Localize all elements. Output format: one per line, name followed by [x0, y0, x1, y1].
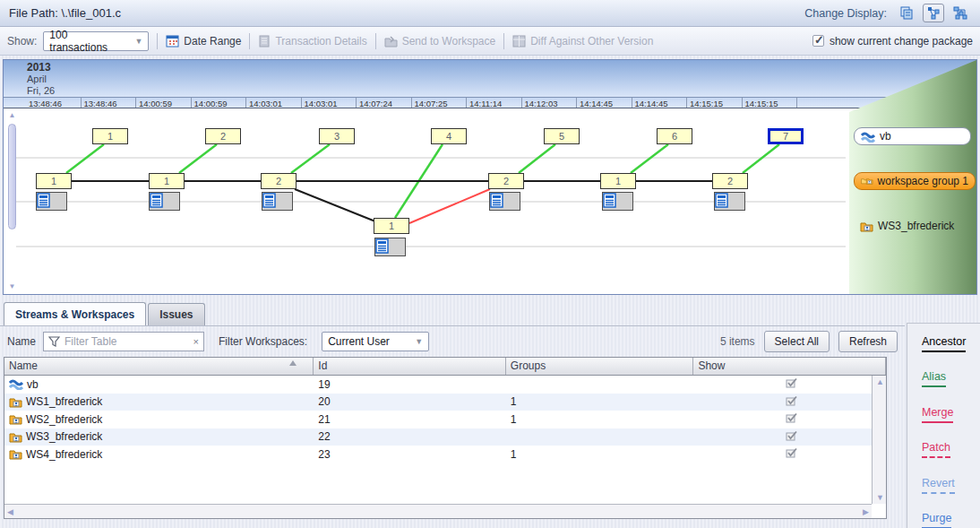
streams-workspaces-panel: Name × Filter Workspaces: Current User ▼… — [0, 325, 905, 520]
change-package-display-button[interactable] — [896, 4, 917, 22]
scroll-left-icon[interactable]: ◀ — [7, 507, 13, 516]
version-graph-display-button[interactable] — [923, 4, 944, 22]
version-node[interactable]: 4 — [431, 128, 467, 144]
transaction-node[interactable]: 9 — [602, 192, 633, 211]
graph-scrollbar-thumb[interactable] — [8, 124, 16, 229]
transaction-node[interactable]: 9 — [714, 192, 745, 211]
send-to-workspace-label: Send to Workspace — [402, 35, 496, 48]
diff-label: Diff Against Other Version — [530, 35, 653, 48]
version-node[interactable]: 5 — [544, 128, 580, 144]
show-checkbox[interactable] — [786, 412, 798, 426]
show-cell — [693, 446, 886, 463]
timeline-tick: 13:48:46 — [26, 98, 82, 108]
version-node[interactable]: 2 — [205, 128, 241, 144]
stream-tree-display-button[interactable] — [950, 4, 971, 22]
filter-workspaces-label: Filter Workspaces: — [219, 335, 307, 348]
table-horizontal-scrollbar[interactable]: ◀ ▶ — [4, 504, 872, 518]
checked-icon — [786, 430, 798, 441]
scroll-down-icon[interactable]: ▼ — [876, 493, 884, 502]
transaction-details-icon — [258, 35, 271, 48]
version-node[interactable]: 1 — [92, 128, 128, 144]
version-node[interactable]: 1 — [36, 173, 72, 189]
show-cell — [693, 411, 886, 428]
version-node[interactable]: 1 — [374, 218, 409, 234]
column-header-name[interactable]: Name — [4, 358, 314, 375]
table-row[interactable]: WS1_bfrederick201 — [4, 394, 886, 411]
version-node[interactable]: 1 — [149, 173, 185, 189]
transaction-node[interactable]: 7 — [262, 192, 293, 211]
table-vertical-scrollbar[interactable]: ▲ ▼ — [872, 376, 886, 504]
transaction-icon — [490, 193, 503, 208]
show-checkbox[interactable] — [786, 377, 798, 391]
scroll-down-icon[interactable]: ▼ — [6, 282, 18, 292]
alias-edge — [179, 144, 217, 173]
timeline-tick: 14:11:14 — [467, 98, 522, 108]
groups-cell — [506, 428, 694, 446]
change-display-group: Change Display: — [804, 4, 971, 22]
refresh-button[interactable]: Refresh — [838, 331, 898, 352]
transaction-node[interactable]: 7 — [489, 192, 520, 211]
transaction-node[interactable]: 8 — [374, 238, 406, 256]
column-header-id[interactable]: Id — [314, 358, 506, 375]
transaction-icon — [150, 193, 163, 208]
transactions-count-value: 100 transactions — [49, 29, 127, 54]
name-cell: vb — [4, 376, 314, 394]
change-package-checkbox[interactable] — [812, 35, 824, 47]
show-checkbox[interactable] — [786, 430, 798, 444]
transactions-count-dropdown[interactable]: 100 transactions ▼ — [43, 31, 149, 51]
filter-workspaces-value: Current User — [328, 335, 390, 348]
version-node[interactable]: 1 — [600, 173, 636, 189]
lane-label-text: WS3_bfrederick — [878, 220, 954, 232]
lane-label-stream[interactable]: vb — [854, 127, 971, 145]
stream-icon — [9, 378, 23, 390]
version-graph-panel: 2013 April Fri, 26 13:48:4613:48:4614:00… — [3, 59, 977, 295]
timeline-month: April — [27, 74, 55, 85]
show-cell — [693, 428, 886, 446]
transaction-node[interactable]: 6 — [149, 192, 180, 211]
toolbar-separator — [249, 33, 250, 49]
alias-edge — [519, 144, 555, 173]
transaction-node[interactable]: 5 — [36, 192, 67, 211]
checked-icon — [786, 447, 798, 458]
timeline-tick: 14:00:59 — [192, 98, 247, 108]
show-checkbox[interactable] — [786, 395, 798, 409]
table-row[interactable]: WS4_bfrederick231 — [4, 446, 886, 463]
column-header-show[interactable]: Show — [693, 358, 886, 375]
diff-against-other-version-button[interactable]: Diff Against Other Version — [512, 35, 653, 48]
scroll-up-icon[interactable]: ▲ — [876, 377, 884, 386]
graph-vertical-scrollbar[interactable]: ▲ ▼ — [6, 111, 18, 292]
timeline-date-block: 2013 April Fri, 26 — [27, 62, 55, 97]
transaction-icon — [262, 193, 276, 208]
clear-filter-icon[interactable]: × — [193, 336, 199, 347]
calendar-icon — [166, 35, 179, 48]
table-row[interactable]: vb19 — [4, 376, 886, 394]
date-range-button[interactable]: Date Range — [166, 35, 241, 48]
version-node[interactable]: 6 — [657, 128, 692, 144]
tab-streams-workspaces[interactable]: Streams & Workspaces — [4, 302, 146, 325]
version-graph-canvas: ▲ ▼ 123456711221215677998 — [4, 109, 976, 294]
lane-label-group[interactable]: workspace group 1 — [854, 172, 976, 190]
table-row[interactable]: WS2_bfrederick211 — [4, 411, 886, 428]
version-node[interactable]: 2 — [488, 173, 524, 189]
filter-workspaces-dropdown[interactable]: Current User ▼ — [322, 332, 429, 351]
workspace-group-icon — [861, 175, 873, 187]
version-node[interactable]: 2 — [261, 173, 297, 189]
show-cell — [693, 394, 886, 411]
column-header-groups[interactable]: Groups — [506, 358, 694, 375]
alias-edge — [291, 144, 330, 173]
change-package-toggle: show current change package — [812, 35, 973, 48]
send-to-workspace-button[interactable]: Send to Workspace — [384, 35, 496, 48]
version-node[interactable]: 2 — [712, 173, 748, 189]
filter-table-input[interactable] — [64, 335, 189, 348]
version-node[interactable]: 3 — [319, 128, 355, 144]
transaction-details-button[interactable]: Transaction Details — [258, 35, 366, 48]
timeline-tick: 13:48:46 — [82, 98, 137, 108]
table-row[interactable]: WS3_bfrederick22 — [4, 428, 886, 446]
version-node[interactable]: 7 — [768, 128, 804, 144]
lane-label-workspace[interactable]: WS3_bfrederick — [854, 217, 960, 235]
tab-issues[interactable]: Issues — [148, 303, 204, 325]
show-checkbox[interactable] — [786, 447, 798, 461]
scroll-up-icon[interactable]: ▲ — [6, 111, 18, 121]
select-all-button[interactable]: Select All — [764, 331, 830, 352]
scroll-right-icon[interactable]: ▶ — [863, 507, 869, 516]
